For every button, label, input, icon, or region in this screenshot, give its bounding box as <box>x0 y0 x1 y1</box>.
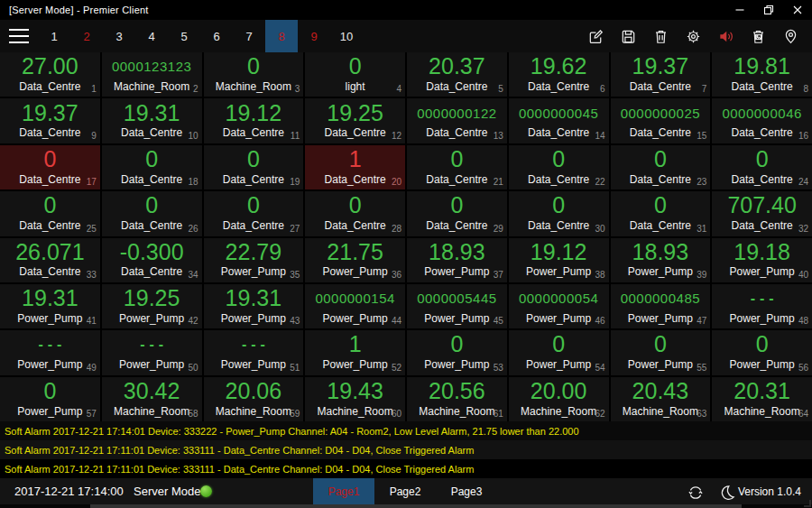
sensor-tile[interactable]: 1 Data_Centre 20 <box>305 145 405 189</box>
sensor-tile[interactable]: 0000000485 Power_Pump 47 <box>611 284 711 328</box>
channel-page-tab[interactable]: 3 <box>103 20 135 52</box>
sensor-tile[interactable]: 0 light 4 <box>305 52 405 97</box>
sensor-tile[interactable]: 20.56 Machine_Room 61 <box>407 377 507 421</box>
sensor-tile[interactable]: -0.300 Data_Centre 34 <box>102 238 202 282</box>
sensor-tile[interactable]: 0 Data_Centre 25 <box>0 191 100 236</box>
scrollbar-thumb[interactable] <box>90 504 742 508</box>
save-icon[interactable] <box>619 27 637 45</box>
sensor-tile[interactable]: 18.93 Power_Pump 39 <box>611 238 711 282</box>
sensor-tile[interactable]: 19.62 Data_Centre 6 <box>509 52 609 97</box>
sensor-tile[interactable]: 0 Data_Centre 21 <box>407 145 507 189</box>
sensor-tile[interactable]: 0 Data_Centre 30 <box>509 191 609 236</box>
alarm-log-row[interactable]: Soft Alarm 2017-12-21 17:14:01 Device: 3… <box>0 421 812 440</box>
sensor-tile[interactable]: 0 Data_Centre 23 <box>611 145 711 189</box>
sensor-tile[interactable]: 19.25 Data_Centre 12 <box>305 98 405 143</box>
sensor-tile[interactable]: 0 Data_Centre 28 <box>305 191 405 236</box>
sensor-tile[interactable]: 0 Data_Centre 27 <box>204 191 304 236</box>
sensor-tile[interactable]: 0 Data_Centre 22 <box>509 145 609 189</box>
sensor-tile[interactable]: --- Power_Pump 49 <box>0 330 100 374</box>
sensor-tile[interactable]: 0000000054 Power_Pump 46 <box>509 284 609 328</box>
sensor-tile[interactable]: 0 Power_Pump 54 <box>509 330 609 374</box>
sensor-tile[interactable]: --- Power_Pump 48 <box>712 284 812 328</box>
sensor-tile[interactable]: 20.00 Machine_Room 62 <box>509 377 609 421</box>
sensor-label: Data_Centre <box>732 173 793 186</box>
sensor-tile[interactable]: --- Power_Pump 50 <box>102 330 202 374</box>
sensor-tile[interactable]: 1 Power_Pump 52 <box>305 330 405 374</box>
sensor-tile[interactable]: 30.42 Machine_Room 58 <box>102 377 202 421</box>
sensor-tile[interactable]: 0 Power_Pump 55 <box>611 330 711 374</box>
channel-page-tab[interactable]: 2 <box>70 20 103 52</box>
sync-icon[interactable] <box>687 484 705 502</box>
sensor-tile[interactable]: 0000000154 Power_Pump 44 <box>305 284 405 328</box>
sensor-tile[interactable]: 19.31 Power_Pump 41 <box>0 284 100 328</box>
night-mode-moon-icon[interactable] <box>718 484 736 502</box>
sensor-tile[interactable]: 0 Data_Centre 19 <box>204 145 304 189</box>
horizontal-scrollbar[interactable] <box>0 504 812 508</box>
sensor-tile[interactable]: 0 Power_Pump 56 <box>712 330 812 374</box>
sensor-tile[interactable]: 19.37 Data_Centre 9 <box>0 98 100 143</box>
sensor-tile[interactable]: 0000000046 Data_Centre 16 <box>712 98 812 143</box>
sensor-tile[interactable]: 27.00 Data_Centre 1 <box>0 52 100 97</box>
sensor-tile[interactable]: 0 Machine_Room 3 <box>204 52 304 97</box>
alarm-log-row[interactable]: Soft Alarm 2017-12-21 17:11:01 Device: 3… <box>0 459 812 478</box>
sensor-tile[interactable]: 22.79 Power_Pump 35 <box>204 238 304 282</box>
sensor-tile[interactable]: 19.81 Data_Centre 8 <box>712 52 812 97</box>
channel-page-tab-label: 9 <box>310 30 317 43</box>
sensor-tile[interactable]: 26.071 Data_Centre 33 <box>0 238 100 282</box>
sensor-tile[interactable]: 0000000025 Data_Centre 15 <box>611 98 711 143</box>
sensor-tile[interactable]: 0 Data_Centre 29 <box>407 191 507 236</box>
location-pin-icon[interactable] <box>781 27 799 45</box>
image-bin-icon[interactable] <box>749 27 767 45</box>
sensor-tile[interactable]: 0 Data_Centre 31 <box>611 191 711 236</box>
edit-icon[interactable] <box>586 27 604 45</box>
sensor-tile[interactable]: 19.31 Power_Pump 43 <box>204 284 304 328</box>
sensor-tile[interactable]: 19.12 Data_Centre 11 <box>204 98 304 143</box>
sensor-tile[interactable]: --- Power_Pump 51 <box>204 330 304 374</box>
channel-page-tab[interactable]: 9 <box>298 20 330 52</box>
sensor-tile[interactable]: 19.37 Data_Centre 7 <box>611 52 711 97</box>
menu-icon[interactable] <box>0 20 38 52</box>
channel-page-tab[interactable]: 7 <box>233 20 265 52</box>
channel-page-tab[interactable]: 6 <box>200 20 233 52</box>
trash-icon[interactable] <box>651 27 669 45</box>
sensor-tile[interactable]: 0000005445 Power_Pump 45 <box>407 284 507 328</box>
sensor-tile[interactable]: 18.93 Power_Pump 37 <box>407 238 507 282</box>
channel-page-tab[interactable]: 4 <box>135 20 168 52</box>
sensor-tile[interactable]: 0 Power_Pump 57 <box>0 377 100 421</box>
sensor-tile[interactable]: 0 Power_Pump 53 <box>407 330 507 374</box>
sensor-tile[interactable]: 19.12 Power_Pump 38 <box>509 238 609 282</box>
sensor-tile[interactable]: 0000123123 Machine_Room 2 <box>102 52 202 97</box>
channel-page-tab[interactable]: 5 <box>168 20 200 52</box>
channel-page-tab[interactable]: 1 <box>38 20 70 52</box>
minimize-button[interactable] <box>725 0 754 20</box>
sensor-index: 11 <box>291 131 300 141</box>
close-button[interactable] <box>783 0 812 20</box>
sensor-tile[interactable]: 19.43 Machine_Room 60 <box>305 377 405 421</box>
sensor-tile[interactable]: 0 Data_Centre 24 <box>712 145 812 189</box>
sensor-tile[interactable]: 20.37 Data_Centre 5 <box>407 52 507 97</box>
sensor-tile[interactable]: 0 Data_Centre 18 <box>102 145 202 189</box>
audio-alarm-speaker-icon[interactable] <box>716 27 734 45</box>
channel-page-tab[interactable]: 10 <box>330 20 363 52</box>
sensor-tile[interactable]: 20.31 Machine_Room 64 <box>712 377 812 421</box>
settings-gear-icon[interactable] <box>684 27 702 45</box>
channel-page-tab[interactable]: 8 <box>265 20 298 52</box>
sensor-tile[interactable]: 20.06 Machine_Room 59 <box>204 377 304 421</box>
sensor-tile[interactable]: 0000000122 Data_Centre 13 <box>407 98 507 143</box>
alarm-log-row[interactable]: Soft Alarm 2017-12-21 17:11:01 Device: 3… <box>0 440 812 459</box>
sensor-tile[interactable]: 20.43 Machine_Room 63 <box>611 377 711 421</box>
alarm-message: Soft Alarm 2017-12-21 17:14:01 Device: 3… <box>5 426 579 437</box>
sensor-tile[interactable]: 707.40 Data_Centre 32 <box>712 191 812 236</box>
page-tab[interactable]: Page3 <box>436 478 497 504</box>
sensor-tile[interactable]: 19.31 Data_Centre 10 <box>102 98 202 143</box>
resize-grip-icon[interactable] <box>804 500 811 507</box>
page-tab[interactable]: Page1 <box>313 478 374 504</box>
sensor-tile[interactable]: 19.18 Power_Pump 40 <box>712 238 812 282</box>
restore-button[interactable] <box>754 0 783 20</box>
sensor-tile[interactable]: 0 Data_Centre 26 <box>102 191 202 236</box>
sensor-tile[interactable]: 0 Data_Centre 17 <box>0 145 100 189</box>
sensor-tile[interactable]: 21.75 Power_Pump 36 <box>305 238 405 282</box>
sensor-tile[interactable]: 19.25 Power_Pump 42 <box>102 284 202 328</box>
sensor-tile[interactable]: 0000000045 Data_Centre 14 <box>509 98 609 143</box>
page-tab[interactable]: Page2 <box>374 478 436 504</box>
